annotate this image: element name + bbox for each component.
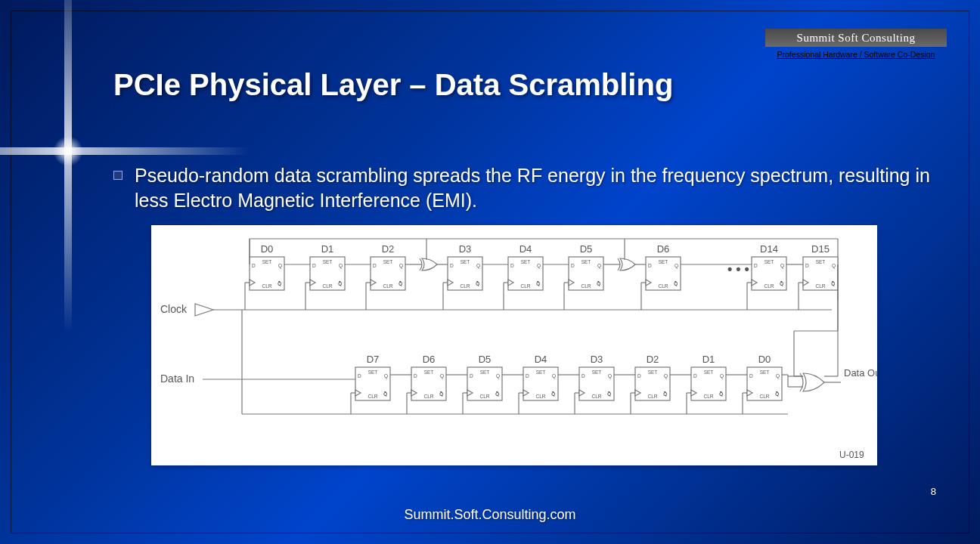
flipflop-D15: D15DQSETCLRQ̄ (803, 243, 838, 290)
clock-label: Clock (160, 303, 188, 315)
clock-buffer-icon (195, 304, 213, 316)
svg-text:SET: SET (368, 369, 378, 375)
svg-text:D0: D0 (758, 354, 771, 365)
data-in-label: Data In (160, 372, 194, 385)
svg-text:SET: SET (383, 259, 393, 264)
svg-text:SET: SET (592, 369, 602, 375)
bullet-text: Pseudo-random data scrambling spreads th… (135, 163, 935, 212)
svg-text:CLR: CLR (479, 394, 489, 399)
bullet-square-icon (113, 171, 122, 180)
svg-text:SET: SET (323, 259, 333, 264)
svg-text:D: D (510, 263, 514, 268)
flipflop-D0: D0DQSETCLRQ̄ (250, 243, 284, 290)
svg-text:Q̄: Q̄ (338, 281, 343, 286)
svg-text:D7: D7 (367, 354, 380, 365)
svg-text:SET: SET (659, 259, 668, 264)
svg-text:Q: Q (664, 373, 668, 379)
svg-text:D0: D0 (261, 243, 274, 255)
svg-text:CLR: CLR (658, 283, 668, 289)
svg-text:CLR: CLR (262, 283, 271, 289)
flipflop-D5: D5DQSETCLRQ̄ (467, 354, 502, 400)
svg-text:Q: Q (339, 263, 343, 269)
xor-tap-D3 (420, 258, 437, 270)
svg-text:CLR: CLR (815, 283, 825, 289)
ellipsis: • • • (727, 261, 749, 277)
svg-text:D: D (754, 263, 758, 268)
company-tagline: Professional Hardware / Software Co-Desi… (765, 50, 947, 59)
flipflop-D3: D3DQSETCLRQ̄ (579, 354, 614, 400)
svg-text:Q: Q (675, 263, 678, 269)
company-logo: Summit Soft Consulting (765, 29, 947, 47)
svg-text:Q: Q (476, 263, 480, 269)
svg-text:Q̄: Q̄ (674, 281, 678, 286)
svg-text:Q: Q (278, 263, 282, 269)
svg-text:Q̄: Q̄ (278, 281, 282, 286)
svg-text:D1: D1 (702, 354, 715, 365)
svg-text:SET: SET (424, 369, 434, 375)
svg-text:SET: SET (536, 369, 546, 375)
svg-text:CLR: CLR (703, 394, 713, 399)
svg-text:Q: Q (552, 373, 556, 379)
svg-text:D4: D4 (519, 243, 532, 255)
svg-text:SET: SET (262, 259, 272, 264)
svg-text:CLR: CLR (460, 283, 470, 289)
svg-text:Q: Q (440, 373, 444, 379)
svg-text:SET: SET (461, 259, 470, 264)
svg-text:CLR: CLR (322, 283, 332, 289)
bullet-item: Pseudo-random data scrambling spreads th… (113, 163, 935, 212)
svg-text:Q: Q (608, 373, 612, 379)
svg-text:SET: SET (521, 259, 531, 264)
svg-text:D: D (805, 263, 809, 268)
svg-text:CLR: CLR (520, 283, 530, 289)
svg-text:D4: D4 (535, 354, 547, 365)
svg-text:D2: D2 (382, 243, 395, 255)
flipflop-D6: D6DQSETCLRQ̄ (646, 243, 681, 290)
svg-text:D: D (637, 373, 641, 379)
svg-text:CLR: CLR (591, 394, 601, 399)
flipflop-D4: D4DQSETCLRQ̄ (523, 354, 558, 400)
flipflop-D5: D5DQSETCLRQ̄ (569, 243, 603, 290)
svg-text:D: D (526, 373, 529, 379)
svg-text:D6: D6 (657, 243, 670, 255)
svg-text:SET: SET (581, 259, 591, 264)
svg-text:CLR: CLR (535, 394, 545, 399)
svg-text:D: D (648, 263, 652, 268)
svg-text:Q̄: Q̄ (831, 281, 836, 286)
svg-text:CLR: CLR (647, 394, 657, 399)
svg-text:SET: SET (816, 259, 826, 264)
svg-text:SET: SET (760, 369, 770, 375)
svg-text:CLR: CLR (368, 394, 377, 399)
flipflop-D6: D6DQSETCLRQ̄ (411, 354, 446, 400)
svg-text:D6: D6 (423, 354, 436, 365)
svg-text:D: D (581, 373, 585, 379)
svg-text:Q̄: Q̄ (495, 391, 500, 397)
flipflop-D3: D3DQSETCLRQ̄ (448, 243, 482, 290)
svg-text:Q̄: Q̄ (780, 281, 784, 286)
svg-text:Q̄: Q̄ (383, 391, 388, 397)
svg-text:D3: D3 (459, 243, 472, 255)
svg-text:D: D (252, 263, 256, 268)
page-number: 8 (931, 486, 936, 497)
svg-text:Q: Q (537, 263, 541, 269)
svg-text:Q: Q (780, 263, 784, 269)
svg-text:Q: Q (496, 373, 500, 379)
flipflop-D4: D4DQSETCLRQ̄ (508, 243, 543, 290)
svg-text:Q̄: Q̄ (476, 281, 480, 286)
slide-title: PCIe Physical Layer – Data Scrambling (113, 68, 673, 102)
xor-output-gate (800, 373, 824, 391)
flipflop-D14: D14DQSETCLRQ̄ (752, 243, 786, 290)
svg-text:D5: D5 (479, 354, 492, 365)
svg-text:D: D (312, 263, 316, 268)
svg-text:SET: SET (648, 369, 658, 375)
data-out-label: Data Out (844, 367, 877, 379)
svg-text:D5: D5 (580, 243, 593, 255)
svg-text:D15: D15 (811, 243, 830, 255)
svg-text:D: D (571, 263, 575, 268)
diagram-svg: Clock Data In D0DQSETCLRQ̄D1DQSETCLRQ̄D2… (151, 225, 877, 465)
svg-text:Q̄: Q̄ (775, 391, 780, 397)
flipflop-D7: D7DQSETCLRQ̄ (355, 354, 390, 400)
svg-text:D: D (749, 373, 753, 379)
svg-text:CLR: CLR (581, 283, 591, 289)
svg-text:SET: SET (704, 369, 714, 375)
figure-id: U-019 (839, 450, 864, 460)
